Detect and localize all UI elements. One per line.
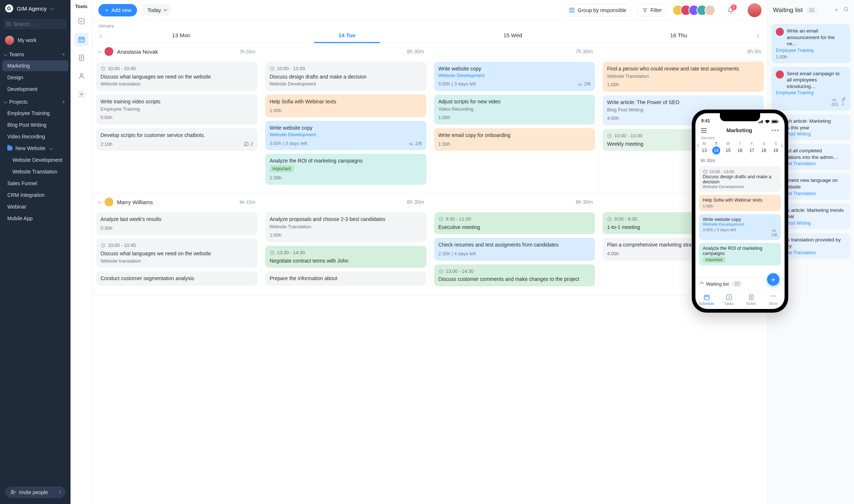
mobile-task-card[interactable]: Write website copyWebsite Development3:0…: [699, 214, 781, 240]
filter-button[interactable]: Filter: [637, 4, 667, 16]
prev-icon[interactable]: [698, 144, 700, 149]
day-16[interactable]: 16 Thu: [596, 29, 762, 43]
project-employee-training[interactable]: Employee Training: [2, 108, 68, 119]
day-number[interactable]: 13: [698, 148, 710, 153]
day-number[interactable]: 14: [712, 146, 720, 154]
project-video-recording[interactable]: Video Recording: [2, 131, 68, 142]
task-card[interactable]: 10:00 - 10:45Discuss what languages we n…: [96, 62, 258, 91]
day-14[interactable]: 14 Tue: [264, 29, 430, 43]
task-card[interactable]: Prepare the information about: [265, 271, 426, 286]
task-card[interactable]: 13:00 - 14:30Discuss customer comments a…: [434, 264, 595, 286]
waiting-title: Write an email announcement for the ne…: [787, 28, 846, 47]
day-13[interactable]: 13 Mon: [98, 29, 264, 43]
teams-section-toggle[interactable]: Teams ＋: [0, 47, 71, 60]
tool-settings[interactable]: [75, 87, 88, 101]
svg-point-0: [7, 23, 10, 25]
waiting-card[interactable]: Send email campaign to all employees int…: [771, 67, 850, 111]
mobile-tab-tasks[interactable]: Tasks: [718, 290, 740, 309]
project-crm-integration[interactable]: CRM Integration: [2, 190, 68, 201]
project-sales-funnel[interactable]: Sales Funnel: [2, 178, 68, 189]
members-avatars[interactable]: [672, 5, 716, 16]
task-card[interactable]: Check resumes and test assigments from c…: [434, 238, 595, 260]
project-webinar[interactable]: Webinar: [2, 201, 68, 212]
add-new-button[interactable]: ＋ Add new: [98, 4, 137, 16]
task-card[interactable]: Write email copy for onboarding1:30h: [434, 128, 595, 151]
project-mobile-app[interactable]: Mobile App: [2, 213, 68, 224]
profile-avatar[interactable]: [748, 3, 762, 17]
task-card[interactable]: Conduct customer segmentation analysis: [96, 271, 258, 286]
waiting-card[interactable]: Write an email announcement for the ne…E…: [771, 24, 850, 63]
menu-icon[interactable]: [701, 128, 707, 133]
task-card[interactable]: Help Sofia with Webinar texts1:00h: [265, 95, 426, 117]
collapse-icon[interactable]: [98, 49, 101, 54]
group-by-label: Group by responsible: [578, 7, 626, 13]
tab-icon: [726, 294, 732, 301]
search-input[interactable]: [13, 21, 64, 27]
task-card[interactable]: Write website copyWebsite Development3:0…: [265, 121, 426, 150]
wifi-icon: [765, 120, 770, 123]
my-work-link[interactable]: My work: [0, 33, 71, 47]
tool-notes[interactable]: [75, 51, 88, 65]
project-new-website[interactable]: New Website: [2, 143, 68, 154]
day-number[interactable]: 17: [746, 148, 758, 153]
workspace-switcher[interactable]: G GIM Agency: [0, 0, 71, 17]
person-name: Anastasia Novak: [117, 49, 158, 55]
day-number[interactable]: 16: [734, 148, 746, 153]
waiting-title: Send email campaign to all employees int…: [787, 70, 846, 90]
add-waiting-button[interactable]: ＋: [834, 6, 839, 14]
tool-calendar[interactable]: 31: [75, 33, 88, 46]
avatar: [776, 70, 784, 79]
mobile-task-card[interactable]: Analyze the ROI of marketing campaignsim…: [699, 243, 781, 266]
invite-people-button[interactable]: Invite people: [5, 486, 65, 498]
mobile-add-button[interactable]: ＋: [767, 273, 779, 286]
project-website-development[interactable]: Website Development: [2, 154, 68, 165]
today-button[interactable]: Today: [142, 4, 171, 16]
search-input-wrapper[interactable]: [4, 19, 67, 29]
task-card[interactable]: 10:00 - 10:45Discuss what languages we n…: [96, 238, 258, 268]
tool-tasks[interactable]: [75, 14, 88, 28]
team-marketing[interactable]: Marketing: [2, 60, 68, 71]
mobile-tab-more[interactable]: •••More: [762, 290, 785, 309]
day-number[interactable]: 19: [770, 148, 782, 153]
waiting-project: Employee Training: [776, 90, 846, 95]
notifications-button[interactable]: 2: [724, 3, 738, 18]
add-team-button[interactable]: ＋: [61, 51, 66, 58]
more-icon[interactable]: •••: [771, 127, 779, 133]
task-card[interactable]: Write training video scriptsEmployee Tra…: [96, 95, 258, 125]
next-icon[interactable]: [780, 144, 782, 149]
next-week-button[interactable]: [753, 32, 762, 41]
project-blog-post-writing[interactable]: Blog Post Writing: [2, 119, 68, 130]
filter-label: Filter: [650, 7, 662, 13]
day-15[interactable]: 15 Wed: [430, 29, 596, 43]
team-development[interactable]: Development: [2, 84, 68, 95]
task-card[interactable]: Find a person who could review and rate …: [603, 62, 764, 92]
task-card[interactable]: 9:30 - 11:00Executive meeting: [434, 212, 595, 234]
group-by-button[interactable]: Group by responsible: [563, 4, 632, 16]
battery-icon: [771, 120, 779, 123]
search-icon[interactable]: [843, 6, 849, 12]
mobile-task-card[interactable]: 10:00 - 13:00Discuss design drafts and m…: [699, 166, 781, 192]
task-card[interactable]: Adjust scripts for new videoVideo Record…: [434, 95, 595, 125]
task-card[interactable]: Develop scripts for customer service cha…: [96, 128, 258, 151]
task-card[interactable]: 13:30 - 14:30Negotiate contract terms wi…: [265, 246, 426, 268]
avatar: [5, 36, 14, 45]
task-card[interactable]: Analyze proposals and choose 2-3 best ca…: [265, 212, 426, 242]
team-design[interactable]: Design: [2, 72, 68, 83]
add-project-button[interactable]: ＋: [61, 99, 66, 105]
task-card[interactable]: Analyze the ROI of marketing campaignsim…: [265, 154, 426, 185]
day-number[interactable]: 18: [758, 148, 770, 153]
task-card[interactable]: Write website copyWebsite Development5:0…: [434, 62, 595, 91]
chevron-down-icon: [4, 51, 7, 57]
day-duration: 8h 30m: [261, 43, 430, 60]
project-website-translation[interactable]: Website Translation: [2, 166, 68, 177]
mobile-tab-notes[interactable]: Notes: [740, 290, 762, 309]
prev-week-button[interactable]: [97, 32, 106, 41]
mobile-task-card[interactable]: Help Sofia with Webinar texts1:00h: [699, 195, 781, 211]
collapse-icon[interactable]: [98, 199, 101, 205]
projects-section-toggle[interactable]: Projects ＋: [0, 95, 71, 107]
task-card[interactable]: 10:00 - 13:00Discuss design drafts and m…: [265, 62, 426, 91]
tool-people[interactable]: [75, 69, 88, 83]
mobile-tab-schedule[interactable]: Schedule: [695, 290, 718, 309]
day-number[interactable]: 15: [722, 148, 734, 153]
task-card[interactable]: Analyze last week's results0:30h: [96, 212, 258, 235]
